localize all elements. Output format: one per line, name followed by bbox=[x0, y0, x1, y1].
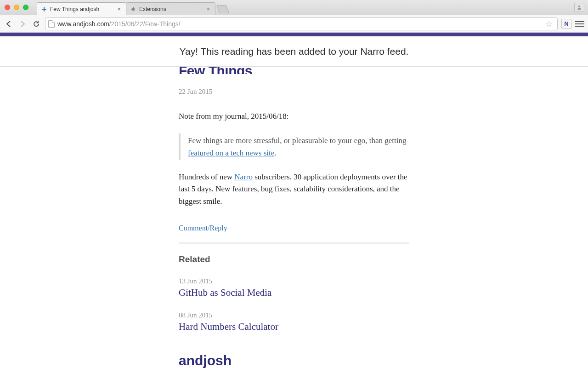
url-host: www.andjosh.com bbox=[57, 20, 109, 28]
page-icon bbox=[48, 20, 55, 28]
tab-close-icon[interactable]: × bbox=[118, 7, 122, 12]
section-divider bbox=[179, 242, 409, 244]
browser-tab-strip: Few Things andjosh × Extensions × bbox=[0, 0, 588, 15]
related-item: 13 Jun 2015 GitHub as Social Media bbox=[179, 277, 409, 299]
related-title-link[interactable]: GitHub as Social Media bbox=[179, 287, 409, 299]
related-item: 08 Jun 2015 Hard Numbers Calculator bbox=[179, 311, 409, 333]
body-pre: Hundreds of new bbox=[179, 172, 234, 181]
post-body: Hundreds of new Narro subscribers. 30 ap… bbox=[179, 171, 409, 207]
extensions-favicon bbox=[130, 6, 136, 12]
back-button[interactable] bbox=[4, 19, 14, 29]
forward-button[interactable] bbox=[17, 19, 28, 29]
tab-title: Extensions bbox=[139, 6, 207, 12]
reload-button[interactable] bbox=[31, 19, 41, 29]
address-bar[interactable]: www.andjosh.com/2015/06/22/Few-Things/ ☆ bbox=[45, 17, 558, 30]
svg-point-0 bbox=[578, 6, 580, 7]
comment-reply-link[interactable]: Comment/Reply bbox=[179, 224, 227, 232]
tab-0[interactable]: Few Things andjosh × bbox=[37, 2, 126, 15]
quote-text-post: . bbox=[274, 149, 276, 157]
related-date: 08 Jun 2015 bbox=[179, 311, 409, 319]
blockquote: Few things are more stressful, or pleasu… bbox=[179, 133, 409, 160]
narro-extension-button[interactable]: N bbox=[561, 19, 571, 29]
body-link[interactable]: Narro bbox=[234, 172, 253, 181]
tab-title: Few Things andjosh bbox=[50, 6, 118, 12]
notification-banner: Yay! This reading has been added to your… bbox=[0, 36, 588, 67]
new-tab-button[interactable] bbox=[216, 5, 230, 13]
quote-text-pre: Few things are more stressful, or pleasu… bbox=[188, 136, 406, 145]
post-date: 22 Jun 2015 bbox=[179, 88, 409, 96]
tab-1[interactable]: Extensions × bbox=[126, 2, 215, 15]
menu-button[interactable] bbox=[575, 20, 584, 28]
related-date: 13 Jun 2015 bbox=[179, 277, 409, 285]
bookmark-star-icon[interactable]: ☆ bbox=[545, 19, 554, 29]
article-content: Few Things 22 Jun 2015 Note from my jour… bbox=[179, 67, 409, 368]
post-title: Few Things bbox=[179, 67, 409, 74]
related-title-link[interactable]: Hard Numbers Calculator bbox=[179, 321, 409, 333]
notification-text: Yay! This reading has been added to your… bbox=[180, 46, 409, 57]
window-controls bbox=[5, 5, 28, 10]
notification-accent-bar bbox=[0, 33, 588, 36]
browser-toolbar: www.andjosh.com/2015/06/22/Few-Things/ ☆… bbox=[0, 15, 588, 33]
url-path: /2015/06/22/Few-Things/ bbox=[109, 20, 181, 28]
related-heading: Related bbox=[179, 254, 409, 264]
tab-list: Few Things andjosh × Extensions × bbox=[37, 2, 228, 15]
comment-reply: Comment/Reply bbox=[179, 224, 409, 232]
quote-link[interactable]: featured on a tech news site bbox=[188, 149, 274, 157]
page-viewport[interactable]: Few Things 22 Jun 2015 Note from my jour… bbox=[0, 67, 588, 368]
profile-button[interactable] bbox=[574, 3, 584, 12]
window-zoom-button[interactable] bbox=[23, 5, 28, 10]
site-title-link[interactable]: andjosh bbox=[179, 353, 409, 368]
page-favicon bbox=[41, 6, 47, 12]
window-close-button[interactable] bbox=[5, 5, 10, 10]
post-note: Note from my journal, 2015/06/18: bbox=[179, 110, 409, 122]
window-minimize-button[interactable] bbox=[14, 5, 19, 10]
tab-close-icon[interactable]: × bbox=[207, 7, 211, 12]
